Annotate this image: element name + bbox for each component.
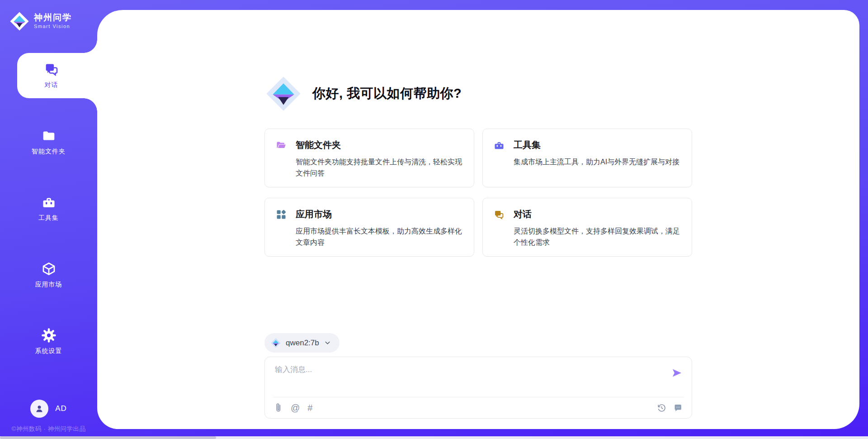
user-name: AD — [55, 404, 67, 413]
feedback-button[interactable] — [673, 403, 683, 413]
person-icon — [34, 403, 45, 414]
greeting-section: 你好, 我可以如何帮助你? — [264, 75, 692, 113]
attach-file-button[interactable] — [274, 403, 283, 413]
send-button[interactable] — [671, 367, 683, 397]
sidebar-item-smart-folder[interactable]: 智能文件夹 — [0, 119, 97, 165]
card-smart-folder[interactable]: 智能文件夹 智能文件夹功能支持批量文件上传与清洗，轻松实现文件问答 — [264, 129, 474, 187]
message-input[interactable] — [274, 363, 666, 397]
model-name: qwen2:7b — [286, 339, 319, 348]
history-button[interactable] — [657, 403, 666, 413]
toolbox-icon — [494, 140, 505, 151]
main-panel: 你好, 我可以如何帮助你? 智能文件夹 智能文件夹功能支持批量文件上传与清洗，轻… — [97, 10, 859, 429]
folder-open-icon — [276, 140, 287, 151]
brand-logo: 神州问学 Smart Vision — [0, 0, 97, 34]
card-title: 对话 — [514, 208, 532, 220]
brand-diamond-icon — [9, 11, 30, 32]
chat-icon — [44, 62, 59, 76]
composer-toolbar-right — [657, 403, 683, 413]
composer-input-area — [265, 357, 692, 397]
model-diamond-icon — [270, 338, 281, 348]
toolbox-icon — [42, 195, 56, 210]
chevron-down-icon — [324, 339, 331, 347]
sidebar-nav: 对话 智能文件夹 工具集 — [0, 53, 97, 364]
sidebar-item-label: 工具集 — [38, 214, 59, 222]
sidebar-item-settings[interactable]: 系统设置 — [0, 319, 97, 364]
main-content: 你好, 我可以如何帮助你? 智能文件夹 智能文件夹功能支持批量文件上传与清洗，轻… — [264, 10, 692, 419]
sidebar-item-label: 系统设置 — [35, 347, 62, 355]
card-head: 对话 — [494, 208, 681, 220]
sidebar-item-toolset[interactable]: 工具集 — [0, 186, 97, 231]
card-title: 应用市场 — [296, 208, 332, 220]
mention-button[interactable]: @ — [291, 403, 300, 412]
avatar — [30, 400, 48, 418]
message-composer: @ # — [264, 357, 692, 419]
brand-text: 神州问学 Smart Vision — [34, 13, 72, 29]
brand-diamond-icon — [264, 75, 302, 113]
card-head: 工具集 — [494, 139, 681, 151]
history-icon — [657, 403, 666, 413]
card-desc: 智能文件夹功能支持批量文件上传与清洗，轻松实现文件问答 — [296, 156, 463, 179]
card-chat[interactable]: 对话 灵活切换多模型文件，支持多样回复效果调试，满足个性化需求 — [482, 198, 692, 257]
gear-icon — [42, 328, 56, 343]
sidebar-item-label: 应用市场 — [35, 281, 62, 289]
sidebar-item-chat[interactable]: 对话 — [17, 53, 97, 98]
model-selector[interactable]: qwen2:7b — [264, 333, 340, 353]
card-toolset[interactable]: 工具集 集成市场上主流工具，助力AI与外界无缝扩展与对接 — [482, 129, 692, 187]
card-desc: 集成市场上主流工具，助力AI与外界无缝扩展与对接 — [514, 156, 681, 167]
send-icon — [671, 367, 683, 379]
card-title: 工具集 — [514, 139, 541, 151]
scrollbar-thumb[interactable] — [0, 436, 216, 439]
chat-icon — [494, 209, 505, 220]
app-root: 你好, 我可以如何帮助你? 智能文件夹 智能文件夹功能支持批量文件上传与清洗，轻… — [0, 0, 868, 439]
brand-name: 神州问学 — [34, 13, 72, 23]
folder-icon — [42, 129, 56, 143]
user-profile[interactable]: AD — [0, 400, 97, 418]
message-square-icon — [673, 403, 683, 413]
card-head: 应用市场 — [276, 208, 463, 220]
greeting-title: 你好, 我可以如何帮助你? — [312, 85, 462, 103]
card-head: 智能文件夹 — [276, 139, 463, 151]
sidebar-item-label: 智能文件夹 — [32, 148, 66, 156]
brand-subtitle: Smart Vision — [34, 24, 72, 29]
card-title: 智能文件夹 — [296, 139, 341, 151]
paperclip-icon — [274, 403, 283, 413]
card-app-market[interactable]: 应用市场 应用市场提供丰富长文本模板，助力高效生成多样化文章内容 — [264, 198, 474, 257]
composer-toolbar: @ # — [273, 397, 684, 418]
sidebar-item-app-market[interactable]: 应用市场 — [0, 253, 97, 298]
card-desc: 应用市场提供丰富长文本模板，助力高效生成多样化文章内容 — [296, 225, 463, 248]
feature-cards: 智能文件夹 智能文件夹功能支持批量文件上传与清洗，轻松实现文件问答 — [264, 129, 692, 257]
horizontal-scrollbar[interactable] — [0, 436, 868, 439]
card-desc: 灵活切换多模型文件，支持多样回复效果调试，满足个性化需求 — [514, 225, 681, 248]
copyright-text: ©神州数码 · 神州问学出品 — [0, 425, 97, 433]
sidebar: 神州问学 Smart Vision 对话 智能文件夹 — [0, 0, 97, 439]
sidebar-item-label: 对话 — [45, 81, 58, 89]
app-grid-icon — [276, 209, 287, 220]
topic-button[interactable]: # — [307, 403, 312, 412]
cube-icon — [42, 262, 56, 276]
